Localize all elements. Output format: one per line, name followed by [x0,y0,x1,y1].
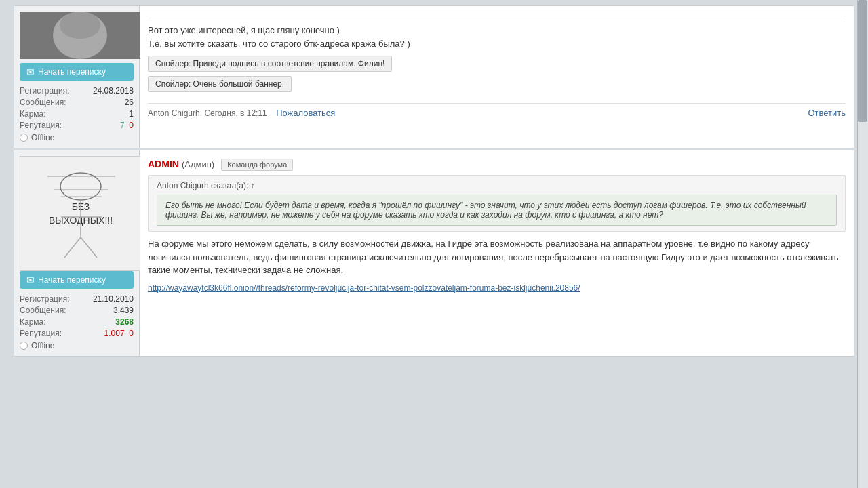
post-content-1: Вот это уже интересней, я щас гляну коне… [140,6,854,148]
post-text-1: Вот это уже интересней, я щас гляну коне… [148,24,846,50]
spoiler-2[interactable]: Спойлер: Очень большой баннер. [148,76,292,92]
post-footer-1: Anton Chigurh, Сегодня, в 12:11 Пожалова… [148,103,846,118]
post-meta-1: Anton Chigurh, Сегодня, в 12:11 Пожалова… [148,108,335,118]
reply-button-1[interactable]: Ответить [808,108,846,118]
post-content-2: ADMIN (Админ) Команда форума Anton Chigu… [140,150,854,356]
admin-header: ADMIN (Админ) Команда форума [148,156,846,175]
pm-button-1[interactable]: ✉ Начать переписку [20,63,134,81]
quote-inner: Его быть не много! Если будет дата и вре… [157,195,837,226]
offline-status-1: Offline [20,133,134,142]
user-info-1: Регистрация: 24.08.2018 Сообщения: 26 Ка… [20,86,134,142]
user-info-2: Регистрация: 21.10.2010 Сообщения: 3.439… [20,294,134,350]
offline-icon-1 [20,134,28,142]
spoiler-1[interactable]: Спойлер: Приведи подпись в соответсвие п… [148,56,392,72]
message-icon-1: ✉ [26,66,35,77]
message-icon-2: ✉ [26,274,35,285]
post-link: http://wayawaytcl3k66fl.onion//threads/r… [148,283,846,293]
user-sidebar-1: ✉ Начать переписку Регистрация: 24.08.20… [14,6,140,148]
quote-block: Anton Chigurh сказал(а): ↑ Его быть не м… [148,175,846,232]
scrollbar-track[interactable] [857,0,868,488]
user-sidebar-2: БЕЗ ВЫХОДНЫХ!!! ✉ Нач [14,150,140,356]
team-badge: Команда форума [221,159,293,171]
svg-point-2 [60,12,100,39]
reply-input-area [148,12,846,18]
offline-icon-2 [20,342,28,350]
report-link-1[interactable]: Пожаловаться [276,108,335,118]
admin-name: ADMIN [148,159,179,169]
post-main-text-2: На форуме мы этого неможем сделать, в си… [148,237,846,277]
post-2: БЕЗ ВЫХОДНЫХ!!! ✉ Нач [14,150,854,357]
user-avatar-2: БЕЗ ВЫХОДНЫХ!!! [20,156,140,271]
scrollbar-thumb[interactable] [858,0,867,122]
user-avatar-1 [20,12,140,59]
admin-role: (Админ) [182,159,214,169]
post-link-anchor[interactable]: http://wayawaytcl3k66fl.onion//threads/r… [148,283,580,293]
spoilers-area-1: Спойлер: Приведи подпись в соответсвие п… [148,56,846,96]
pm-button-2[interactable]: ✉ Начать переписку [20,271,134,289]
offline-status-2: Offline [20,341,134,350]
post-1: ✉ Начать переписку Регистрация: 24.08.20… [14,5,854,148]
quote-author: Anton Chigurh сказал(а): ↑ [157,181,837,190]
